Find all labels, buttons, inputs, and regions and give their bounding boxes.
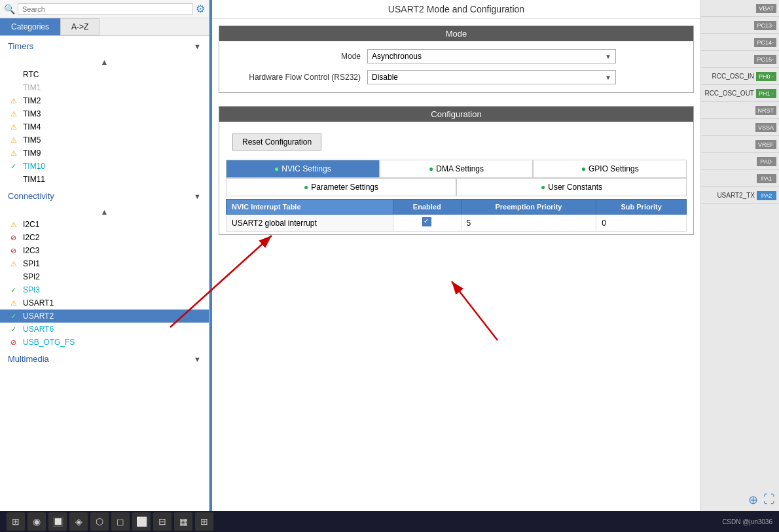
tim3-warning-icon: ⚠ [10,110,20,118]
pin-vbat: VBAT [756,4,776,13]
taskbar-items: ⊞ ◉ 🔲 ◈ ⬡ ◻ ⬜ ⊟ ▦ ⊞ [7,512,213,531]
dma-check-icon: ● [429,164,433,173]
section-timers-header[interactable]: Timers ▼ [0,36,209,56]
user-check-icon: ● [541,183,545,192]
reset-config-button[interactable]: Reset Configuration [232,133,321,151]
sidebar-item-usb-otg-fs[interactable]: ⊘ USB_OTG_FS [0,336,209,349]
pin-row-ph1: RCC_OSC_OUT PH1 - [701,85,779,102]
sidebar-item-tim4[interactable]: ⚠ TIM4 [0,120,209,133]
sidebar-item-spi1[interactable]: ⚠ SPI1 [0,257,209,270]
spi1-label: SPI1 [23,259,40,268]
taskbar-item-5[interactable]: ⬡ [90,512,109,531]
tab-categories[interactable]: Categories [0,18,60,35]
pin-row-nrst: NRST [701,102,779,119]
usb-otg-disabled-icon: ⊘ [10,338,20,347]
interrupt-enabled-checkbox[interactable] [422,217,431,226]
taskbar-item-7[interactable]: ⬜ [132,512,151,531]
tim10-check-icon: ✓ [10,162,20,171]
taskbar-item-1[interactable]: ⊞ [7,512,25,531]
section-connectivity: Connectivity ▼ ▲ ⚠ I2C1 ⊘ I2C2 ⊘ I2C3 [0,186,209,349]
pin-ph1: PH1 - [756,89,776,98]
user-tab-label: User Constants [548,183,602,192]
interrupt-sub-value[interactable]: 0 [596,215,687,232]
gpio-check-icon: ● [581,164,586,173]
taskbar-item-9[interactable]: ▦ [174,512,192,531]
mode-field-mode: Mode Asynchronous ▼ [230,49,683,63]
usart2-tx-label: USART2_TX [717,192,755,199]
taskbar-item-10[interactable]: ⊞ [195,512,213,531]
tab-atoz[interactable]: A->Z [60,18,100,35]
nvic-check-icon: ● [274,164,279,173]
pin-row-pc15: PC15- [701,51,779,68]
scroll-up-timers[interactable]: ▲ [0,56,209,68]
sidebar-item-usart1[interactable]: ⚠ USART1 [0,296,209,310]
tab-gpio-settings[interactable]: ● GPIO Settings [533,160,687,178]
sidebar-item-tim10[interactable]: ✓ TIM10 [0,160,209,173]
sidebar-item-rtc[interactable]: RTC [0,68,209,81]
sidebar-item-i2c2[interactable]: ⊘ I2C2 [0,231,209,244]
rtc-label: RTC [23,70,39,79]
content-area: USART2 Mode and Configuration Mode Mode … [212,0,700,511]
section-multimedia-label: Multimedia [8,354,49,364]
zoom-in-icon[interactable]: ⊕ [748,493,758,507]
pin-row-pc14: PC14- [701,34,779,51]
nvic-col-sub: Sub Priority [596,200,687,215]
tim4-warning-icon: ⚠ [10,123,20,132]
sidebar-item-spi3[interactable]: ✓ SPI3 [0,283,209,296]
pin-ph0: PH0 - [756,72,776,81]
hwflow-select-value: Disable [372,73,398,82]
i2c1-warning-icon: ⚠ [10,221,20,229]
pin-pc14: PC14- [754,38,776,47]
sidebar-item-tim11[interactable]: TIM11 [0,173,209,186]
tim2-warning-icon: ⚠ [10,97,20,105]
sidebar-item-tim5[interactable]: ⚠ TIM5 [0,133,209,147]
interrupt-preemption-value[interactable]: 5 [461,215,596,232]
config-section: Configuration Reset Configuration ● NVIC… [219,106,694,235]
tim9-warning-icon: ⚠ [10,149,20,158]
tab-nvic-settings[interactable]: ● NVIC Settings [226,160,380,178]
usart1-warning-icon: ⚠ [10,299,20,308]
taskbar-item-3[interactable]: 🔲 [48,512,67,531]
tab-parameter-settings[interactable]: ● Parameter Settings [226,178,456,196]
dma-tab-label: DMA Settings [436,164,484,173]
tim5-label: TIM5 [23,135,41,145]
taskbar-item-4[interactable]: ◈ [69,512,88,531]
watermark: CSDN @jun3036 [722,518,772,525]
sidebar-item-spi2[interactable]: SPI2 [0,270,209,283]
sidebar-item-i2c3[interactable]: ⊘ I2C3 [0,244,209,257]
section-connectivity-header[interactable]: Connectivity ▼ [0,186,209,206]
tim4-label: TIM4 [23,122,41,132]
taskbar-item-2[interactable]: ◉ [27,512,46,531]
hwflow-select[interactable]: Disable ▼ [367,70,616,84]
taskbar-item-8[interactable]: ⊟ [153,512,172,531]
section-connectivity-label: Connectivity [8,191,54,201]
taskbar-item-6[interactable]: ◻ [111,512,130,531]
search-input[interactable] [18,3,193,15]
sidebar-item-tim9[interactable]: ⚠ TIM9 [0,147,209,160]
sidebar-item-tim3[interactable]: ⚠ TIM3 [0,107,209,120]
mode-select[interactable]: Asynchronous ▼ [367,49,616,63]
section-multimedia-header[interactable]: Multimedia ▼ [0,349,209,369]
gear-icon[interactable]: ⚙ [196,3,205,15]
right-footer: ⊕ ⛶ [701,489,779,511]
usb-otg-label: USB_OTG_FS [23,338,75,347]
tim1-label: TIM1 [23,83,41,92]
interrupt-name: USART2 global interrupt [226,215,393,232]
expand-icon[interactable]: ⛶ [763,493,775,507]
mode-label: Mode [230,52,361,61]
scroll-up-connectivity[interactable]: ▲ [0,206,209,218]
sidebar-item-usart2[interactable]: ✓ USART2 [0,310,209,323]
sidebar-item-usart6[interactable]: ✓ USART6 [0,323,209,336]
pin-row-vbat: VBAT [701,0,779,17]
i2c1-label: I2C1 [23,220,39,229]
usart6-check-icon: ✓ [10,325,20,334]
sidebar-item-tim2[interactable]: ⚠ TIM2 [0,94,209,107]
sidebar-item-i2c1[interactable]: ⚠ I2C1 [0,218,209,231]
tim11-label: TIM11 [23,175,45,184]
tab-user-constants[interactable]: ● User Constants [456,178,687,196]
pin-nrst: NRST [755,106,777,115]
nvic-col-preemption: Preemption Priority [461,200,596,215]
sidebar-item-tim1[interactable]: TIM1 [0,81,209,94]
hwflow-label: Hardware Flow Control (RS232) [230,73,361,82]
tab-dma-settings[interactable]: ● DMA Settings [380,160,534,178]
